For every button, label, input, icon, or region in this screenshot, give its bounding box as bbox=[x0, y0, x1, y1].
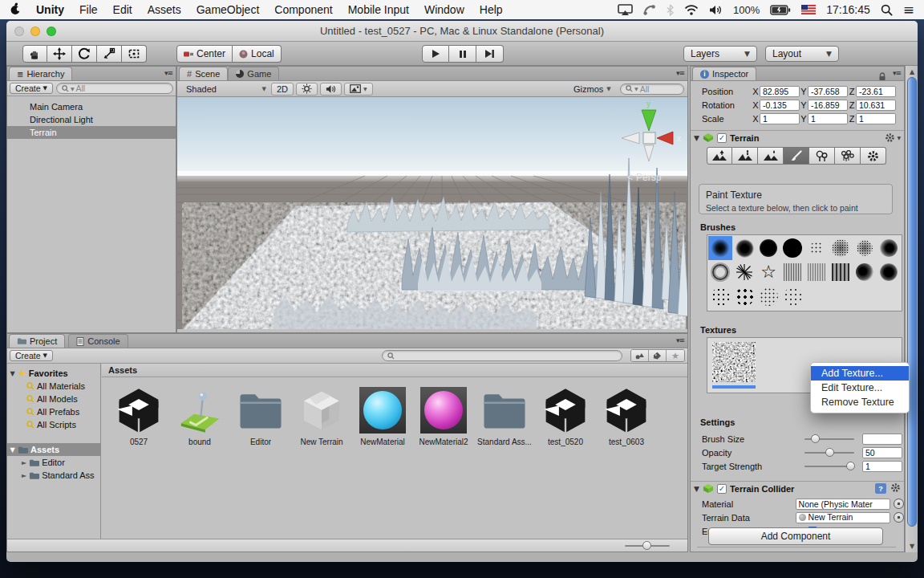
tool-paint-texture[interactable] bbox=[784, 147, 809, 165]
step-button[interactable] bbox=[476, 45, 504, 63]
favorite-all-prefabs[interactable]: All Prefabs bbox=[7, 405, 100, 418]
tool-paint-height[interactable] bbox=[732, 147, 758, 165]
object-picker-icon[interactable] bbox=[894, 512, 904, 523]
tab-scene[interactable]: # Scene bbox=[179, 67, 228, 80]
folder-standard-assets[interactable]: ► Standard Ass bbox=[7, 469, 100, 482]
project-create-button[interactable]: Create▼ bbox=[10, 350, 53, 361]
foldout-closed-icon[interactable]: ► bbox=[22, 459, 26, 466]
folder-editor[interactable]: ► Editor bbox=[7, 456, 100, 469]
brush-11[interactable] bbox=[780, 260, 804, 284]
tool-terrain-settings[interactable] bbox=[861, 147, 886, 165]
draw-mode-dropdown[interactable]: Shaded▼ bbox=[181, 83, 271, 96]
brush-5[interactable] bbox=[829, 236, 853, 260]
tool-place-trees[interactable] bbox=[809, 147, 835, 165]
scene-audio-button[interactable] bbox=[320, 83, 342, 96]
pivot-mode-button[interactable]: Center bbox=[176, 45, 233, 63]
brush-4[interactable] bbox=[804, 236, 829, 260]
brush-18[interactable] bbox=[756, 284, 780, 308]
zoom-window-button[interactable] bbox=[47, 26, 56, 36]
minimize-window-button[interactable] bbox=[30, 26, 40, 36]
brush-16[interactable] bbox=[708, 284, 732, 308]
brush-size-field[interactable] bbox=[862, 434, 902, 445]
scene-lighting-button[interactable] bbox=[296, 83, 318, 96]
menu-gameobject[interactable]: GameObject bbox=[197, 3, 260, 16]
brush-3[interactable] bbox=[780, 236, 804, 260]
menu-assets[interactable]: Assets bbox=[148, 3, 181, 16]
close-window-button[interactable] bbox=[14, 26, 24, 36]
hierarchy-item-directional-light[interactable]: Directional Light bbox=[7, 113, 176, 126]
hierarchy-item-main-camera[interactable]: Main Camera bbox=[7, 100, 176, 113]
asset-item-terrain-data[interactable]: New Terrain bbox=[291, 385, 352, 446]
asset-item-scene[interactable]: 0527 bbox=[108, 385, 169, 446]
scene-effects-dropdown[interactable]: ▼ bbox=[344, 83, 373, 96]
brush-19[interactable] bbox=[780, 284, 804, 308]
tool-smooth-height[interactable] bbox=[758, 147, 784, 165]
panel-menu-icon[interactable]: ▾≡ bbox=[676, 69, 684, 77]
add-component-button[interactable]: Add Component bbox=[708, 527, 883, 545]
target-strength-field[interactable]: 1 bbox=[862, 461, 902, 472]
brush-2[interactable] bbox=[756, 236, 780, 260]
menu-mobile-input[interactable]: Mobile Input bbox=[348, 3, 409, 16]
scale-y-field[interactable]: 1 bbox=[808, 113, 848, 124]
position-z-field[interactable]: -23.61 bbox=[856, 86, 896, 97]
layers-dropdown[interactable]: Layers▼ bbox=[683, 46, 757, 62]
help-reference-icon[interactable]: ? bbox=[875, 483, 886, 494]
favorite-all-scripts[interactable]: All Scripts bbox=[7, 418, 100, 431]
collider-enabled-checkbox[interactable]: ✓ bbox=[717, 484, 727, 494]
texture-slot-0[interactable] bbox=[712, 342, 756, 385]
brush-12[interactable] bbox=[804, 260, 829, 284]
rotation-x-field[interactable]: -0.135 bbox=[760, 100, 800, 111]
terrain-data-object-field[interactable]: New Terrain bbox=[796, 512, 891, 523]
hand-tool-button[interactable] bbox=[22, 45, 47, 63]
play-button[interactable] bbox=[422, 45, 449, 63]
volume-icon[interactable] bbox=[709, 5, 723, 15]
scene-search-input[interactable]: ▼ All bbox=[620, 83, 684, 95]
asset-item-scene2[interactable]: test_0520 bbox=[535, 385, 596, 446]
brush-14[interactable] bbox=[853, 260, 877, 284]
phone-icon[interactable] bbox=[643, 4, 656, 16]
brush-15[interactable] bbox=[877, 260, 901, 284]
component-gear-icon[interactable]: ▼ bbox=[885, 132, 901, 143]
slider-knob[interactable] bbox=[642, 541, 651, 550]
scale-tool-button[interactable] bbox=[97, 45, 122, 63]
clock[interactable]: 17:16:45 bbox=[826, 3, 870, 16]
hierarchy-search-input[interactable]: ▼ All bbox=[56, 83, 173, 94]
2d-toggle-button[interactable]: 2D bbox=[271, 83, 294, 96]
terrain-component-header[interactable]: ▼ ✓ Terrain ▼ bbox=[691, 130, 904, 144]
hierarchy-item-terrain[interactable]: Terrain bbox=[7, 126, 176, 139]
foldout-closed-icon[interactable]: ► bbox=[22, 472, 26, 479]
terrain-collider-header[interactable]: ▼ ✓ Terrain Collider ? bbox=[691, 481, 904, 495]
scale-x-field[interactable]: 1 bbox=[760, 113, 800, 124]
panel-menu-icon[interactable]: ▾≡ bbox=[676, 336, 684, 344]
position-y-field[interactable]: -37.658 bbox=[808, 86, 848, 97]
menu-file[interactable]: File bbox=[79, 3, 98, 16]
menu-unity[interactable]: Unity bbox=[36, 3, 64, 16]
foldout-open-icon[interactable]: ▼ bbox=[7, 446, 18, 454]
brush-13[interactable] bbox=[829, 260, 853, 284]
terrain-enabled-checkbox[interactable]: ✓ bbox=[717, 133, 727, 143]
inspector-scrollbar[interactable]: ▲ ▼ bbox=[905, 66, 918, 552]
brush-1[interactable] bbox=[732, 236, 756, 260]
thumbnail-size-slider[interactable] bbox=[625, 545, 670, 547]
rotate-tool-button[interactable] bbox=[72, 45, 97, 63]
scroll-down-arrow[interactable]: ▼ bbox=[906, 543, 918, 550]
menu-edit[interactable]: Edit bbox=[113, 3, 132, 16]
foldout-open-icon[interactable]: ▼ bbox=[694, 134, 699, 142]
hierarchy-create-button[interactable]: Create▼ bbox=[10, 83, 53, 94]
scroll-up-arrow[interactable]: ▲ bbox=[906, 68, 918, 75]
pause-button[interactable] bbox=[449, 45, 476, 63]
context-edit-texture[interactable]: Edit Texture... bbox=[811, 381, 909, 395]
asset-item-scene3[interactable]: test_0603 bbox=[596, 385, 657, 446]
tool-raise-lower-terrain[interactable] bbox=[707, 147, 732, 165]
asset-item-folder-standard[interactable]: Standard Ass... bbox=[474, 385, 535, 446]
asset-item-material2[interactable]: NewMaterial2 bbox=[413, 385, 474, 446]
search-by-type-button[interactable] bbox=[631, 350, 649, 361]
context-add-texture[interactable]: Add Texture... bbox=[811, 366, 909, 381]
favorite-all-models[interactable]: All Models bbox=[7, 393, 100, 405]
brush-7[interactable] bbox=[877, 236, 901, 260]
lock-icon[interactable] bbox=[878, 70, 886, 84]
scrollbar-thumb[interactable] bbox=[907, 77, 917, 527]
component-gear-icon[interactable] bbox=[890, 482, 901, 495]
notification-center-icon[interactable]: ≡ bbox=[903, 3, 914, 17]
handle-space-button[interactable]: Local bbox=[233, 45, 282, 63]
